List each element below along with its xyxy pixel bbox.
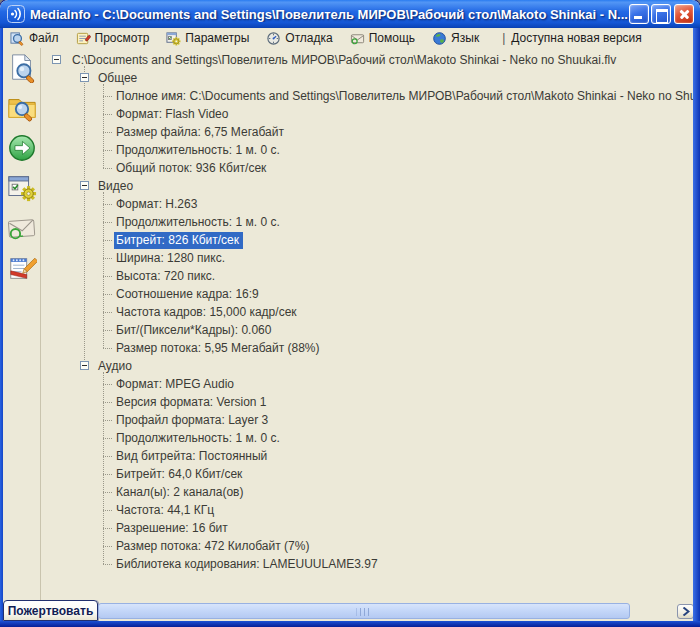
tree-row-label: Размер файла: 6,75 Мегабайт: [114, 125, 286, 139]
update-notice-label[interactable]: Доступна новая версия: [511, 31, 642, 45]
collapse-expander-icon[interactable]: [80, 361, 89, 370]
minimize-button[interactable]: [629, 4, 649, 24]
left-toolbar: [3, 48, 41, 600]
tree-row[interactable]: Формат: Flash Video: [42, 105, 693, 123]
tree-row-label: Битрейт: 64,0 Кбит/сек: [114, 467, 244, 481]
tree-row[interactable]: Библиотека кодирования: LAMEUUULAME3.97: [42, 555, 693, 573]
menu-debug-label: Отладка: [285, 31, 332, 45]
collapse-expander-icon[interactable]: [80, 181, 89, 190]
tree-row[interactable]: Продолжительность: 1 м. 0 с.: [42, 213, 693, 231]
help-mail-icon: [350, 31, 365, 46]
tree-row-label: Формат: Flash Video: [114, 107, 230, 121]
tree-row-label: Размер потока: 472 Килобайт (7%): [114, 539, 311, 553]
envelope-at-icon: [7, 213, 37, 243]
chevron-right-icon: [682, 607, 690, 616]
tree-row[interactable]: Размер файла: 6,75 Мегабайт: [42, 123, 693, 141]
menu-separator: |: [502, 31, 505, 45]
notepad-pencil-icon: [7, 253, 37, 283]
tree-row[interactable]: Вид битрейта: Постоянный: [42, 447, 693, 465]
menu-language[interactable]: Язык: [430, 30, 485, 47]
menu-file-label: Файл: [29, 31, 59, 45]
tree-row[interactable]: Общий поток: 936 Кбит/сек: [42, 159, 693, 177]
file-search-icon: [10, 31, 25, 46]
window-frame-right: [693, 28, 700, 621]
tree-row[interactable]: Высота: 720 пикс.: [42, 267, 693, 285]
tree-row[interactable]: Частота кадров: 15,000 кадр/сек: [42, 303, 693, 321]
collapse-expander-icon[interactable]: [52, 55, 61, 64]
tree-row[interactable]: Частота: 44,1 КГц: [42, 501, 693, 519]
close-button[interactable]: [674, 4, 694, 24]
menu-options[interactable]: Параметры: [164, 30, 255, 47]
options-button[interactable]: [6, 172, 38, 204]
tree-row[interactable]: Профайл формата: Layer 3: [42, 411, 693, 429]
tree-row[interactable]: Канал(ы): 2 канала(ов): [42, 483, 693, 501]
tree-row-label: Битрейт: 826 Кбит/сек: [114, 232, 243, 249]
tree-row[interactable]: Продолжительность: 1 м. 0 с.: [42, 429, 693, 447]
tree-row[interactable]: Общее: [42, 69, 693, 87]
tree-row-label: Библиотека кодирования: LAMEUUULAME3.97: [114, 557, 380, 571]
open-folder-icon: [7, 93, 37, 123]
notes-edit-button[interactable]: [6, 252, 38, 284]
bottom-bar: Пожертвовать: [3, 600, 693, 621]
tree-row-label: Продолжительность: 1 м. 0 с.: [114, 431, 282, 445]
tree-row[interactable]: C:\Documents and Settings\Повелитель МИР…: [42, 51, 693, 69]
tree-row[interactable]: Разрешение: 16 бит: [42, 519, 693, 537]
open-folder-button[interactable]: [6, 92, 38, 124]
tree-row-label: Высота: 720 пикс.: [114, 269, 217, 283]
tree-view[interactable]: C:\Documents and Settings\Повелитель МИР…: [42, 48, 693, 600]
go-export-button[interactable]: [6, 132, 38, 164]
open-file-button[interactable]: [6, 52, 38, 84]
tree-row[interactable]: Формат: H.263: [42, 195, 693, 213]
menu-options-label: Параметры: [185, 31, 249, 45]
tree-row[interactable]: Ширина: 1280 пикс.: [42, 249, 693, 267]
debug-gauge-icon: [266, 31, 281, 46]
donate-button[interactable]: Пожертвовать: [3, 600, 98, 621]
menu-view-label: Просмотр: [95, 31, 150, 45]
tree-row[interactable]: Формат: MPEG Audio: [42, 375, 693, 393]
menu-debug[interactable]: Отладка: [264, 30, 338, 47]
tree-row-label: Частота: 44,1 КГц: [114, 503, 216, 517]
tree-row-label: Размер потока: 5,95 Мегабайт (88%): [114, 341, 321, 355]
titlebar[interactable]: MediaInfo - C:\Documents and Settings\По…: [0, 0, 700, 28]
tree-row-label: Ширина: 1280 пикс.: [114, 251, 227, 265]
tree-row[interactable]: Соотношение кадра: 16:9: [42, 285, 693, 303]
tree-row[interactable]: Размер потока: 472 Килобайт (7%): [42, 537, 693, 555]
mediainfo-app-icon: [7, 5, 25, 23]
mail-about-button[interactable]: [6, 212, 38, 244]
tree-row-label: Общий поток: 936 Кбит/сек: [114, 161, 268, 175]
update-notice-area: | Доступна новая версия: [502, 31, 642, 45]
tree-row[interactable]: Битрейт: 826 Кбит/сек: [42, 231, 693, 249]
options-gear-icon: [166, 31, 181, 46]
scroll-right-button[interactable]: [677, 604, 694, 619]
tree-row-label: Соотношение кадра: 16:9: [114, 287, 261, 301]
tree-row[interactable]: Размер потока: 5,95 Мегабайт (88%): [42, 339, 693, 357]
tree-row[interactable]: Продолжительность: 1 м. 0 с.: [42, 141, 693, 159]
menubar: Файл Просмотр: [3, 28, 693, 48]
language-globe-icon: [432, 31, 447, 46]
mediainfo-window: MediaInfo - C:\Documents and Settings\По…: [0, 0, 700, 627]
scrollbar-grip-icon[interactable]: [357, 608, 372, 616]
tree-row-label: Продолжительность: 1 м. 0 с.: [114, 215, 282, 229]
view-icon: [76, 31, 91, 46]
tree-row-label: Бит/(Пиксели*Кадры): 0.060: [114, 323, 273, 337]
tree-row-label: Частота кадров: 15,000 кадр/сек: [114, 305, 299, 319]
tree-row-label: Видео: [96, 179, 135, 193]
menu-help[interactable]: Помощь: [348, 30, 421, 47]
tree-row[interactable]: Полное имя: C:\Documents and Settings\По…: [42, 87, 693, 105]
tree-row[interactable]: Битрейт: 64,0 Кбит/сек: [42, 465, 693, 483]
tree-row[interactable]: Аудио: [42, 357, 693, 375]
menu-file[interactable]: Файл: [8, 30, 65, 47]
tree-row-label: Разрешение: 16 бит: [114, 521, 230, 535]
tree-row-label: Канал(ы): 2 канала(ов): [114, 485, 245, 499]
tree-row[interactable]: Видео: [42, 177, 693, 195]
tree-row-label: Вид битрейта: Постоянный: [114, 449, 269, 463]
collapse-expander-icon[interactable]: [80, 73, 89, 82]
horizontal-scrollbar[interactable]: [98, 603, 630, 619]
menu-language-label: Язык: [451, 31, 479, 45]
menu-view[interactable]: Просмотр: [74, 30, 156, 47]
maximize-button[interactable]: [651, 4, 671, 24]
open-file-icon: [7, 53, 37, 83]
tree-row-label: Аудио: [96, 359, 134, 373]
tree-row[interactable]: Бит/(Пиксели*Кадры): 0.060: [42, 321, 693, 339]
tree-row[interactable]: Версия формата: Version 1: [42, 393, 693, 411]
